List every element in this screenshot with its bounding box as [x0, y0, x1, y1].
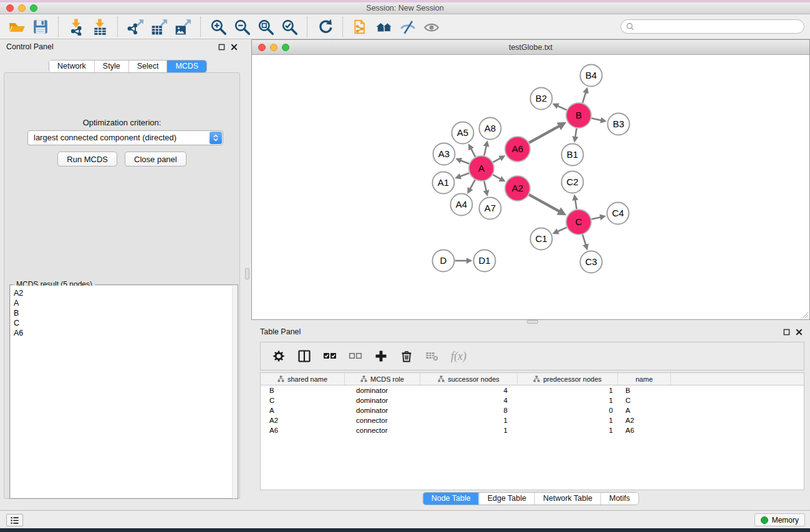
close-panel-icon[interactable] — [231, 44, 238, 51]
add-button[interactable] — [374, 349, 388, 363]
graph-edge-C-C3[interactable] — [582, 235, 586, 245]
column-header-shared-name[interactable]: shared name — [261, 373, 345, 385]
refresh-button[interactable] — [313, 16, 337, 37]
table-cell[interactable]: A6 — [618, 427, 671, 434]
show-panels-button[interactable] — [6, 514, 23, 526]
graph-node-B2[interactable]: B2 — [531, 88, 552, 110]
tab-motifs[interactable]: Motifs — [600, 493, 638, 505]
close-table-panel-icon[interactable] — [796, 329, 803, 336]
graph-node-C4[interactable]: C4 — [607, 203, 629, 225]
float-panel-icon[interactable] — [218, 44, 225, 51]
tab-select[interactable]: Select — [128, 60, 167, 72]
graph-node-B3[interactable]: B3 — [608, 114, 630, 135]
graph-edge-A-A5[interactable] — [471, 148, 475, 157]
list-scrollbar[interactable] — [232, 285, 238, 498]
mcds-result-item[interactable]: B — [11, 308, 237, 318]
graph-node-A1[interactable]: A1 — [433, 172, 455, 194]
table-cell[interactable]: A2 — [618, 417, 671, 424]
graph-node-B1[interactable]: B1 — [562, 144, 584, 166]
mcds-result-item[interactable]: A — [11, 298, 237, 308]
table-cell[interactable]: dominator — [345, 407, 420, 414]
table-cell[interactable]: C — [261, 397, 345, 404]
search-input[interactable] — [637, 22, 799, 31]
table-row[interactable]: A2connector11A2 — [261, 415, 804, 425]
tab-node-table[interactable]: Node Table — [423, 493, 479, 505]
network-close-button[interactable] — [258, 44, 266, 51]
network-canvas[interactable]: B4B2BB3A8A5A6A3B1AC2A1A2A4A7C4CC1C3DD1 — [252, 55, 809, 319]
tab-edge-table[interactable]: Edge Table — [479, 493, 534, 505]
mcds-result-item[interactable]: C — [11, 318, 237, 328]
graph-edge-B-B3[interactable] — [592, 118, 602, 120]
network-minimize-button[interactable] — [270, 44, 277, 51]
graph-node-A7[interactable]: A7 — [480, 198, 501, 220]
graph-edge-A-A6[interactable] — [493, 158, 501, 162]
minimize-window-button[interactable] — [18, 4, 26, 12]
graph-node-A5[interactable]: A5 — [452, 122, 474, 144]
table-cell[interactable]: 1 — [518, 387, 618, 394]
table-row[interactable]: Bdominator41B — [261, 385, 804, 395]
zoom-fit-button[interactable] — [254, 16, 277, 37]
zoom-in-button[interactable] — [206, 16, 230, 37]
graph-node-A3[interactable]: A3 — [433, 143, 455, 165]
graph-node-A4[interactable]: A4 — [451, 194, 473, 216]
eye-button[interactable] — [420, 16, 443, 37]
graph-edge-A2-C[interactable] — [529, 195, 559, 211]
graph-node-C[interactable]: C — [566, 210, 591, 235]
graph-node-C2[interactable]: C2 — [562, 172, 584, 193]
table-cell[interactable]: C — [618, 397, 671, 404]
graph-node-B4[interactable]: B4 — [581, 65, 602, 87]
mcds-result-item[interactable]: A2 — [11, 288, 237, 298]
graph-edge-A-A7[interactable] — [484, 181, 486, 191]
graph-edge-B-B4[interactable] — [582, 92, 586, 103]
graph-node-A2[interactable]: A2 — [505, 176, 530, 201]
network-file-button[interactable] — [349, 16, 372, 37]
graph-node-A6[interactable]: A6 — [505, 137, 530, 162]
gear-button[interactable] — [272, 349, 286, 363]
graph-edge-C-C2[interactable] — [575, 200, 576, 209]
table-cell[interactable]: A — [618, 407, 671, 414]
deselect-all-button[interactable] — [349, 349, 362, 363]
tab-style[interactable]: Style — [94, 60, 128, 72]
graph-node-D[interactable]: D — [433, 250, 455, 272]
graph-edge-A-A4[interactable] — [470, 180, 475, 189]
folder-open-button[interactable] — [5, 16, 29, 37]
graph-node-C1[interactable]: C1 — [531, 228, 552, 250]
run-mcds-button[interactable]: Run MCDS — [57, 152, 117, 167]
table-cell[interactable]: dominator — [345, 397, 420, 404]
tab-mcds[interactable]: MCDS — [166, 60, 206, 72]
homes-button[interactable] — [372, 16, 396, 37]
graph-edge-C-C4[interactable] — [591, 217, 600, 219]
graph-node-C3[interactable]: C3 — [581, 251, 602, 273]
trash-button[interactable] — [400, 349, 413, 363]
table-cell[interactable]: 1 — [420, 427, 518, 434]
column-header-successor-nodes[interactable]: successor nodes — [420, 373, 518, 385]
graph-edge-B-B2[interactable] — [557, 106, 567, 110]
table-cell[interactable]: A2 — [261, 417, 345, 424]
close-panel-button[interactable]: Close panel — [125, 152, 186, 167]
eye-slash-button[interactable] — [396, 16, 420, 37]
table-row[interactable]: Cdominator41C — [261, 395, 804, 405]
column-header-predecessor-nodes[interactable]: predecessor nodes — [518, 373, 618, 385]
table-cell[interactable]: B — [261, 387, 345, 394]
zoom-window-button[interactable] — [30, 4, 37, 12]
tab-network-table[interactable]: Network Table — [534, 493, 600, 505]
table-cell[interactable]: A6 — [261, 427, 345, 434]
table-cell[interactable]: 1 — [518, 427, 618, 434]
graph-edge-A-A8[interactable] — [484, 146, 486, 156]
zoom-selected-button[interactable] — [277, 16, 301, 37]
column-header-MCDS-role[interactable]: MCDS role — [345, 373, 420, 385]
table-cell[interactable]: connector — [345, 417, 420, 424]
save-button[interactable] — [29, 16, 52, 37]
table-cell[interactable]: 1 — [518, 417, 618, 424]
graph-edge-A-A1[interactable] — [460, 173, 470, 177]
table-row[interactable]: Adominator80A — [261, 405, 804, 415]
tab-network[interactable]: Network — [49, 60, 94, 72]
column-header-name[interactable]: name — [618, 373, 671, 385]
resize-grip-icon[interactable] — [801, 311, 809, 319]
table-cell[interactable]: connector — [345, 427, 420, 434]
close-window-button[interactable] — [6, 4, 14, 12]
table-cell[interactable]: 1 — [420, 417, 518, 424]
columns-button[interactable] — [297, 349, 311, 363]
table-cell[interactable]: B — [618, 387, 671, 394]
table-cell[interactable]: 0 — [518, 407, 618, 414]
